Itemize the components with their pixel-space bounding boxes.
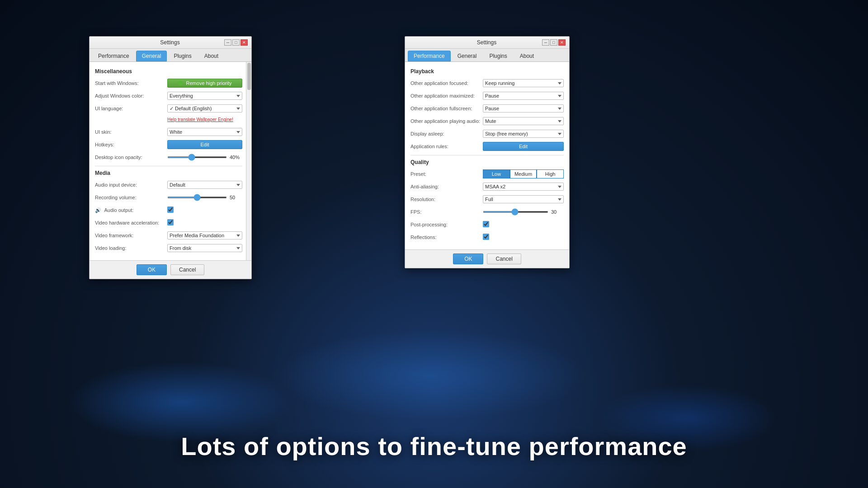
- label-anti-aliasing: Anti-aliasing:: [410, 184, 483, 189]
- video-loading-select[interactable]: From disk From memory: [167, 244, 242, 252]
- row-video-framework: Video framework: Prefer Media Foundation…: [95, 230, 242, 240]
- tab-plugins-right[interactable]: Plugins: [483, 51, 513, 61]
- fps-slider[interactable]: [483, 211, 548, 213]
- section-media-label: Media: [95, 170, 242, 176]
- row-app-fullscreen: Other application fullscreen: Keep runni…: [410, 103, 564, 113]
- label-video-hw: Video hardware acceleration:: [95, 220, 167, 225]
- row-start-windows: Start with Windows: Remove high priority: [95, 78, 242, 88]
- recording-volume-value: 50: [230, 195, 242, 200]
- desktop-opacity-slider[interactable]: [167, 156, 227, 158]
- preset-low-button[interactable]: Low: [483, 169, 510, 178]
- ctrl-app-rules: Edit: [483, 142, 564, 151]
- content-right: Playback Other application focused: Keep…: [405, 62, 569, 249]
- label-app-maximized: Other application maximized:: [410, 93, 483, 99]
- row-recording-volume: Recording volume: 50: [95, 192, 242, 202]
- ctrl-help-translate: Help translate Wallpaper Engine!: [167, 116, 242, 122]
- row-app-audio: Other application playing audio: Keep ru…: [410, 116, 564, 126]
- tab-plugins-left[interactable]: Plugins: [168, 51, 197, 61]
- tab-performance-left[interactable]: Performance: [92, 51, 135, 61]
- ctrl-desktop-opacity: 40%: [167, 155, 242, 160]
- app-fullscreen-select[interactable]: Keep running Pause Stop (free memory) Mu…: [483, 104, 564, 113]
- adjust-color-select[interactable]: Everything Nothing Taskbar only: [167, 92, 242, 100]
- label-app-focused: Other application focused:: [410, 80, 483, 86]
- ctrl-preset: Low Medium High: [483, 169, 564, 178]
- audio-input-select[interactable]: Default: [167, 181, 242, 189]
- video-framework-select[interactable]: Prefer Media Foundation DirectShow Auto: [167, 231, 242, 239]
- ctrl-ui-skin: White Dark: [167, 128, 242, 136]
- tab-about-left[interactable]: About: [198, 51, 224, 61]
- scroll-thumb-left[interactable]: [247, 63, 251, 90]
- ctrl-video-framework: Prefer Media Foundation DirectShow Auto: [167, 231, 242, 239]
- dialog-title-left: Settings: [116, 39, 224, 46]
- video-hw-accel-checkbox[interactable]: [167, 219, 174, 225]
- preset-high-button[interactable]: High: [537, 169, 564, 178]
- hotkeys-edit-button[interactable]: Edit: [167, 140, 242, 149]
- help-translate-link[interactable]: Help translate Wallpaper Engine!: [167, 117, 233, 122]
- row-app-focused: Other application focused: Keep running …: [410, 78, 564, 88]
- app-focused-select[interactable]: Keep running Pause Stop (free memory) Mu…: [483, 79, 564, 87]
- row-desktop-opacity: Desktop icon opacity: 40%: [95, 152, 242, 162]
- label-video-loading: Video loading:: [95, 245, 167, 251]
- post-processing-checkbox[interactable]: [483, 221, 489, 227]
- tab-about-right[interactable]: About: [514, 51, 540, 61]
- tab-performance-right[interactable]: Performance: [408, 51, 451, 61]
- ctrl-app-maximized: Keep running Pause Stop (free memory) Mu…: [483, 92, 564, 100]
- anti-aliasing-select[interactable]: None MSAA x2 MSAA x4: [483, 183, 564, 191]
- label-ui-skin: UI skin:: [95, 129, 167, 135]
- section-quality-label: Quality: [410, 159, 564, 165]
- minimize-button-right[interactable]: ─: [542, 39, 549, 46]
- ok-button-right[interactable]: OK: [453, 253, 483, 264]
- section-misc-label: Miscellaneous: [95, 68, 242, 75]
- scrollbar-left[interactable]: [246, 62, 251, 260]
- label-desktop-opacity: Desktop icon opacity:: [95, 155, 167, 160]
- dialog-content-right: Playback Other application focused: Keep…: [405, 62, 569, 249]
- maximize-button-left[interactable]: □: [232, 39, 240, 46]
- app-maximized-select[interactable]: Keep running Pause Stop (free memory) Mu…: [483, 92, 564, 100]
- desktop-opacity-value: 40%: [230, 155, 242, 160]
- close-button-left[interactable]: ✕: [241, 39, 248, 46]
- row-ui-language: UI language: ✓ Default (English): [95, 103, 242, 113]
- row-app-maximized: Other application maximized: Keep runnin…: [410, 91, 564, 101]
- ui-skin-select[interactable]: White Dark: [167, 128, 242, 136]
- window-controls-left: ─ □ ✕: [224, 39, 248, 46]
- label-app-rules: Application rules:: [410, 144, 483, 149]
- app-audio-select[interactable]: Keep running Pause Stop (free memory) Mu…: [483, 117, 564, 125]
- label-adjust-color: Adjust Windows color:: [95, 93, 167, 99]
- resolution-select[interactable]: Full Half Quarter: [483, 195, 564, 203]
- ctrl-ui-language: ✓ Default (English): [167, 104, 242, 113]
- cancel-button-right[interactable]: Cancel: [487, 253, 521, 264]
- divider-misc-media: [95, 166, 242, 166]
- label-app-fullscreen: Other application fullscreen:: [410, 106, 483, 111]
- display-asleep-select[interactable]: Keep running Pause Stop (free memory): [483, 130, 564, 138]
- ctrl-app-focused: Keep running Pause Stop (free memory) Mu…: [483, 79, 564, 87]
- window-controls-right: ─ □ ✕: [542, 39, 566, 46]
- ctrl-recording-volume: 50: [167, 195, 242, 200]
- audio-output-checkbox[interactable]: [167, 206, 174, 213]
- label-resolution: Resolution:: [410, 197, 483, 202]
- tab-general-left[interactable]: General: [136, 51, 167, 61]
- reflections-checkbox[interactable]: [483, 234, 489, 240]
- ok-button-left[interactable]: OK: [137, 264, 167, 275]
- row-resolution: Resolution: Full Half Quarter: [410, 194, 564, 204]
- preset-group: Low Medium High: [483, 169, 564, 178]
- preset-medium-button[interactable]: Medium: [510, 169, 537, 178]
- maximize-button-right[interactable]: □: [550, 39, 557, 46]
- close-button-right[interactable]: ✕: [558, 39, 566, 46]
- minimize-button-left[interactable]: ─: [224, 39, 231, 46]
- row-audio-output: 🔊 Audio output:: [95, 205, 242, 215]
- start-windows-label: Remove high priority: [186, 80, 232, 86]
- title-bar-left: Settings ─ □ ✕: [90, 37, 251, 49]
- row-audio-input: Audio input device: Default: [95, 180, 242, 190]
- recording-volume-slider[interactable]: [167, 197, 227, 198]
- settings-dialog-right: Settings ─ □ ✕ Performance General Plugi…: [405, 36, 570, 268]
- start-windows-button[interactable]: Remove high priority: [167, 79, 242, 88]
- label-audio-input: Audio input device:: [95, 182, 167, 188]
- cancel-button-left[interactable]: Cancel: [170, 264, 204, 275]
- tab-general-right[interactable]: General: [452, 51, 483, 61]
- ctrl-app-fullscreen: Keep running Pause Stop (free memory) Mu…: [483, 104, 564, 113]
- app-rules-edit-button[interactable]: Edit: [483, 142, 564, 151]
- settings-dialog-left: Settings ─ □ ✕ Performance General Plugi…: [89, 36, 252, 279]
- label-reflections: Reflections:: [410, 235, 483, 240]
- ctrl-post-processing: [483, 221, 564, 229]
- ui-language-select[interactable]: ✓ Default (English): [167, 104, 242, 113]
